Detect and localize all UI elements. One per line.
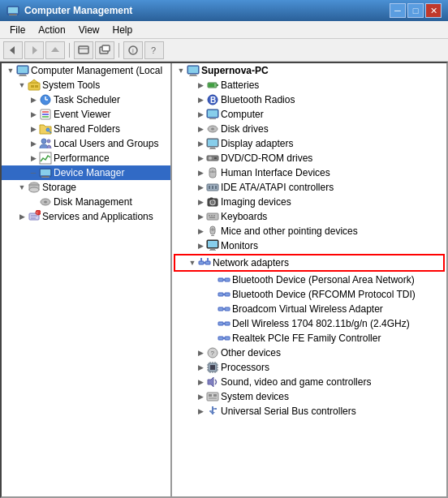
svg-rect-73: [209, 186, 210, 189]
hid-expander[interactable]: ▶: [195, 167, 206, 178]
dell-wireless-icon: [218, 317, 230, 330]
system-tools-icon: [28, 79, 41, 92]
mice-expander[interactable]: ▶: [195, 225, 206, 237]
tree-device-manager[interactable]: ─ Device Manager: [2, 165, 170, 180]
right-batteries[interactable]: ▶ Batteries: [172, 78, 446, 92]
right-panel[interactable]: ▼ Supernova-PC ▶ Batteries ▶: [172, 63, 446, 496]
display-adapters-expander[interactable]: ▶: [195, 138, 206, 149]
bluetooth-radios-expander[interactable]: ▶: [195, 94, 206, 105]
svg-point-78: [212, 201, 214, 204]
display-adapters-icon: [206, 137, 219, 150]
task-scheduler-icon: [39, 93, 52, 106]
svg-rect-64: [210, 148, 215, 148]
sound-expander[interactable]: ▶: [195, 376, 206, 388]
properties-button[interactable]: i: [123, 41, 143, 59]
forward-button[interactable]: [24, 41, 44, 59]
menu-action[interactable]: Action: [32, 23, 71, 37]
menu-view[interactable]: View: [72, 23, 106, 37]
menu-file[interactable]: File: [3, 23, 32, 37]
ide-expander[interactable]: ▶: [195, 182, 206, 193]
right-computer[interactable]: ▶ Computer: [172, 107, 446, 122]
svg-marker-5: [32, 46, 37, 54]
task-scheduler-expander[interactable]: ▶: [28, 94, 39, 105]
new-window-button[interactable]: [95, 41, 114, 59]
imaging-expander[interactable]: ▶: [195, 196, 206, 208]
up-button[interactable]: [45, 41, 65, 59]
right-display-adapters[interactable]: ▶ Display adapters: [172, 136, 446, 151]
shared-folders-expander[interactable]: ▶: [28, 123, 39, 135]
other-devices-expander[interactable]: ▶: [195, 347, 206, 358]
svg-rect-134: [213, 394, 217, 397]
keyboards-expander[interactable]: ▶: [195, 211, 206, 222]
tree-event-viewer[interactable]: ▶ Event Viewer: [2, 107, 170, 122]
right-disk-drives[interactable]: ▶ Disk drives: [172, 122, 446, 136]
tree-performance[interactable]: ▶ Performance: [2, 151, 170, 165]
storage-expander[interactable]: ▼: [16, 182, 28, 193]
right-mice[interactable]: ▶ Mice and other pointing devices: [172, 224, 446, 238]
tree-disk-management[interactable]: Disk Management: [2, 195, 170, 209]
right-keyboards[interactable]: ▶ Keyboards: [172, 209, 446, 224]
right-bluetooth-radios[interactable]: ▶ B Bluetooth Radios: [172, 92, 446, 107]
help-button[interactable]: ?: [144, 41, 164, 59]
dvd-drives-expander[interactable]: ▶: [195, 152, 206, 164]
monitors-expander[interactable]: ▶: [195, 240, 206, 251]
usb-expander[interactable]: ▶: [195, 406, 206, 417]
performance-expander[interactable]: ▶: [28, 152, 39, 164]
show-hide-console-button[interactable]: [74, 41, 93, 59]
dvd-drives-icon: [206, 152, 219, 165]
right-usb[interactable]: ▶ Universal Serial Bus controllers: [172, 404, 446, 419]
processors-expander[interactable]: ▶: [195, 362, 206, 373]
back-button[interactable]: [3, 41, 23, 59]
svg-rect-37: [41, 177, 50, 178]
menu-help[interactable]: Help: [106, 23, 140, 37]
tree-root[interactable]: ▼ Computer Management (Local: [2, 63, 170, 78]
tree-services[interactable]: ▶ ! Services and Applications: [2, 209, 170, 224]
tree-shared-folders[interactable]: ▶ Shared Folders: [2, 122, 170, 136]
right-bt-pan[interactable]: Bluetooth Device (Personal Area Network): [172, 273, 446, 287]
tree-task-scheduler[interactable]: ▶ Task Scheduler: [2, 92, 170, 107]
keyboards-icon: [206, 210, 219, 223]
svg-rect-7: [79, 46, 88, 54]
svg-point-141: [209, 410, 211, 412]
svg-rect-1: [8, 7, 18, 13]
right-bt-rfcomm[interactable]: Bluetooth Device (RFCOMM Protocol TDI): [172, 287, 446, 302]
network-adapters-expander[interactable]: ▼: [187, 257, 198, 268]
right-dvd-drives[interactable]: ▶ DVD/CD-ROM drives: [172, 151, 446, 165]
right-sound[interactable]: ▶ Sound, video and game controllers: [172, 375, 446, 389]
services-expander[interactable]: ▶: [16, 211, 28, 222]
right-other-devices[interactable]: ▶ ? Other devices: [172, 346, 446, 360]
tree-storage[interactable]: ▼ Storage: [2, 180, 170, 195]
right-root-expander[interactable]: ▼: [175, 65, 187, 76]
root-expander[interactable]: ▼: [5, 65, 16, 76]
right-ide[interactable]: ▶ IDE ATA/ATAPI controllers: [172, 180, 446, 195]
tree-local-users[interactable]: ▶ Local Users and Groups: [2, 136, 170, 151]
device-manager-expander[interactable]: ─: [28, 167, 39, 178]
right-hid[interactable]: ▶ Human Interface Devices: [172, 165, 446, 180]
svg-rect-83: [213, 215, 215, 217]
computer-expander[interactable]: ▶: [195, 109, 206, 120]
left-panel[interactable]: ▼ Computer Management (Local ▼ System To…: [2, 63, 172, 496]
right-broadcom[interactable]: Broadcom Virtual Wireless Adapter: [172, 302, 446, 316]
event-viewer-expander[interactable]: ▶: [28, 109, 39, 120]
right-system-devices[interactable]: ▶ System devices: [172, 389, 446, 404]
system-tools-expander[interactable]: ▼: [16, 79, 28, 91]
bt-pan-icon: [218, 273, 230, 286]
other-devices-label: Other devices: [221, 347, 281, 358]
disk-drives-expander[interactable]: ▶: [195, 123, 206, 135]
tree-system-tools[interactable]: ▼ System Tools: [2, 78, 170, 92]
right-processors[interactable]: ▶ Processors: [172, 360, 446, 375]
svg-text:B: B: [210, 96, 216, 105]
close-button[interactable]: ✕: [425, 3, 442, 18]
batteries-expander[interactable]: ▶: [195, 79, 206, 91]
right-tree-root[interactable]: ▼ Supernova-PC: [172, 63, 446, 78]
right-imaging[interactable]: ▶ Imaging devices: [172, 195, 446, 209]
right-realtek[interactable]: Realtek PCIe FE Family Controller: [172, 331, 446, 346]
system-devices-expander[interactable]: ▶: [195, 391, 206, 402]
right-monitors[interactable]: ▶ Monitors: [172, 238, 446, 253]
right-dell-wireless[interactable]: Dell Wireless 1704 802.11b/g/n (2.4GHz): [172, 316, 446, 331]
maximize-button[interactable]: □: [407, 3, 424, 18]
minimize-button[interactable]: ─: [390, 3, 406, 18]
local-users-expander[interactable]: ▶: [28, 138, 39, 149]
right-network-adapters[interactable]: ▼ Network adapters: [175, 255, 443, 270]
menu-bar: File Action View Help: [0, 21, 448, 39]
